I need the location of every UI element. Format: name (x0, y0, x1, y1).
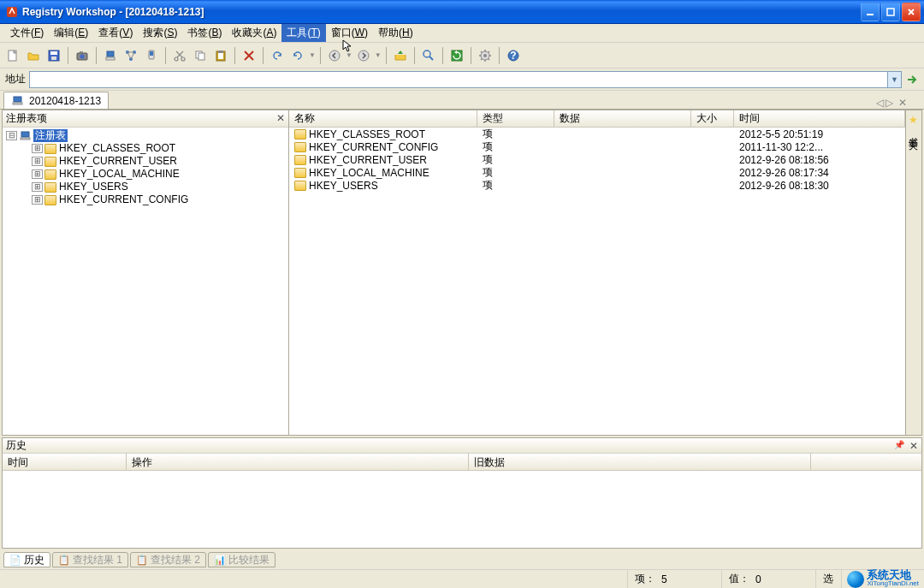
column-header[interactable]: 时间 (734, 110, 905, 127)
history-column-header[interactable]: 时间 (3, 454, 127, 470)
folder-icon (294, 142, 306, 152)
list-body[interactable]: HKEY_CLASSES_ROOT项2012-5-5 20:51:19HKEY_… (289, 128, 905, 435)
svg-point-29 (483, 54, 487, 57)
column-header[interactable]: 类型 (477, 110, 554, 127)
local-icon[interactable] (101, 46, 120, 65)
brand-zh: 系统天地 (867, 571, 919, 579)
history-body[interactable] (3, 471, 921, 548)
cut-icon[interactable] (170, 46, 189, 65)
menu-e[interactable]: 编辑(E) (49, 24, 93, 42)
folder-icon (44, 157, 56, 167)
minimize-button[interactable] (861, 3, 880, 21)
go-icon[interactable] (905, 73, 919, 86)
tree-title: 注册表项 (6, 111, 47, 126)
history-column-header[interactable]: 操作 (127, 454, 469, 470)
window-title: Registry Workshop - [20120418-1213] (22, 6, 204, 18)
pin-icon[interactable]: 📌 (894, 440, 904, 452)
tab-label: 20120418-1213 (29, 95, 101, 107)
tree-node-label: HKEY_CURRENT_CONFIG (59, 193, 188, 206)
delete-icon[interactable] (240, 46, 258, 65)
bookmark-collapsed-pane[interactable]: ★ 书签夹 (905, 110, 921, 435)
svg-rect-1 (867, 14, 874, 15)
camera-icon[interactable] (73, 46, 92, 65)
open-icon[interactable] (24, 46, 43, 65)
menu-b[interactable]: 书签(B) (182, 24, 227, 42)
column-header[interactable]: 名称 (289, 110, 477, 127)
history-close-icon[interactable]: ✕ (909, 440, 918, 452)
history-column-header[interactable]: 旧数据 (469, 454, 811, 470)
tree-pane-header: 注册表项 ✕ (3, 110, 288, 128)
tree-node[interactable]: HKEY_LOCAL_MACHINE (32, 168, 285, 181)
network-icon[interactable] (121, 46, 140, 65)
bottom-tab[interactable]: 📊比较结果 (208, 552, 275, 567)
svg-rect-32 (14, 97, 21, 102)
bottom-tab-label: 查找结果 1 (73, 553, 122, 567)
tree-root[interactable]: 注册表 (6, 129, 285, 142)
refresh-icon[interactable] (447, 46, 466, 65)
tree-root-label: 注册表 (33, 129, 68, 142)
tree-node[interactable]: HKEY_USERS (32, 181, 285, 193)
list-row[interactable]: HKEY_USERS项2012-9-26 08:18:30 (289, 179, 905, 192)
tree-close-icon[interactable]: ✕ (276, 112, 285, 125)
undo-icon[interactable] (268, 46, 287, 65)
up-icon[interactable] (391, 46, 410, 65)
menu-v[interactable]: 查看(V) (93, 24, 138, 42)
settings-icon[interactable] (476, 46, 495, 65)
list-row[interactable]: HKEY_CLASSES_ROOT项2012-5-5 20:51:19 (289, 128, 905, 140)
svg-point-26 (424, 50, 430, 57)
tree-node[interactable]: HKEY_CURRENT_CONFIG (32, 193, 285, 206)
registry-tree[interactable]: 注册表 HKEY_CLASSES_ROOTHKEY_CURRENT_USERHK… (3, 128, 288, 435)
svg-point-8 (80, 54, 85, 58)
save-icon[interactable] (44, 46, 63, 65)
address-combo[interactable]: ▼ (29, 71, 902, 88)
brand-en: XiTongTianDi.net (867, 579, 919, 588)
svg-point-24 (329, 50, 340, 61)
svg-rect-33 (13, 103, 22, 104)
folder-icon (294, 129, 306, 140)
address-dropdown-icon[interactable]: ▼ (887, 72, 901, 87)
menu-w[interactable]: 窗口(W) (326, 24, 373, 42)
address-input[interactable] (30, 74, 887, 86)
separator (165, 47, 166, 64)
forward-icon[interactable] (354, 46, 373, 65)
tab-close-icon[interactable]: ✕ (898, 97, 907, 109)
list-row[interactable]: HKEY_CURRENT_CONFIG项2011-11-30 12:2... (289, 140, 905, 153)
new-icon[interactable] (3, 46, 22, 65)
list-row[interactable]: HKEY_LOCAL_MACHINE项2012-9-26 08:17:34 (289, 166, 905, 179)
column-header[interactable]: 数据 (554, 110, 691, 127)
bottom-tab-label: 历史 (24, 553, 44, 567)
tree-node[interactable]: HKEY_CLASSES_ROOT (32, 142, 285, 155)
folder-icon (294, 168, 306, 178)
document-tab[interactable]: 20120418-1213 (3, 92, 109, 109)
bottom-tab[interactable]: 📋查找结果 1 (52, 552, 128, 567)
remote-icon[interactable] (142, 46, 161, 65)
close-button[interactable] (902, 3, 921, 21)
menu-a[interactable]: 收藏夹(A) (227, 24, 281, 42)
bottom-tab[interactable]: 📄历史 (3, 552, 50, 567)
copy-icon[interactable] (191, 46, 210, 65)
list-row[interactable]: HKEY_CURRENT_USER项2012-9-26 08:18:56 (289, 153, 905, 166)
separator (386, 47, 387, 64)
globe-icon (847, 571, 864, 588)
star-icon: ★ (909, 114, 918, 126)
maximize-button[interactable] (881, 3, 900, 21)
status-selection: 选 (816, 570, 842, 588)
find-icon[interactable] (419, 46, 438, 65)
menu-f[interactable]: 文件(F) (5, 24, 49, 42)
tree-node[interactable]: HKEY_CURRENT_USER (32, 155, 285, 168)
back-icon[interactable] (325, 46, 344, 65)
paste-icon[interactable] (211, 46, 230, 65)
column-header[interactable]: 大小 (691, 110, 734, 127)
status-items: 项： 5 (628, 570, 722, 588)
help-icon[interactable]: ? (504, 46, 523, 65)
menu-s[interactable]: 搜索(S) (138, 24, 182, 42)
menu-h[interactable]: 帮助(H) (373, 24, 418, 42)
redo-icon[interactable] (288, 46, 307, 65)
tab-prev-icon[interactable]: ◁ (876, 97, 884, 109)
tab-next-icon[interactable]: ▷ (886, 97, 893, 109)
folder-icon (294, 155, 306, 165)
menu-t[interactable]: 工具(T) (281, 24, 325, 42)
separator (68, 47, 68, 64)
bottom-tab[interactable]: 📋查找结果 2 (130, 552, 206, 567)
tree-node-label: HKEY_CURRENT_USER (59, 155, 177, 168)
